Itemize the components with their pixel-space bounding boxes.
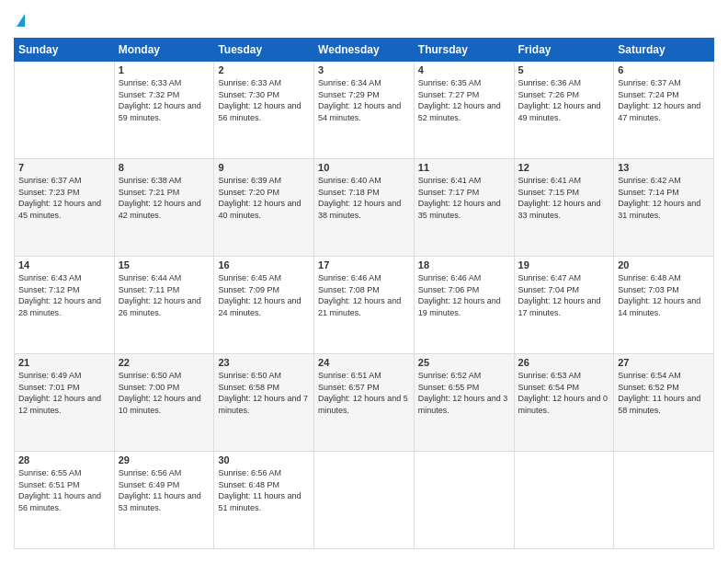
day-number: 9 (218, 162, 310, 173)
day-info: Sunrise: 6:40 AMSunset: 7:18 PMDaylight:… (318, 175, 410, 221)
day-info: Sunrise: 6:50 AMSunset: 7:00 PMDaylight:… (119, 370, 210, 416)
calendar-cell: 26Sunrise: 6:53 AMSunset: 6:54 PMDayligh… (514, 354, 614, 452)
weekday-header: Friday (514, 39, 614, 62)
calendar-cell: 13Sunrise: 6:42 AMSunset: 7:14 PMDayligh… (614, 159, 714, 257)
day-number: 11 (418, 162, 510, 173)
calendar-week-row: 14Sunrise: 6:43 AMSunset: 7:12 PMDayligh… (15, 257, 714, 354)
calendar-cell: 6Sunrise: 6:37 AMSunset: 7:24 PMDaylight… (614, 62, 714, 159)
day-number: 25 (418, 357, 510, 368)
day-number: 15 (119, 259, 210, 270)
day-number: 23 (218, 357, 310, 368)
calendar-cell: 14Sunrise: 6:43 AMSunset: 7:12 PMDayligh… (15, 257, 115, 354)
weekday-header: Sunday (15, 39, 115, 62)
day-number: 10 (318, 162, 410, 173)
calendar-cell: 25Sunrise: 6:52 AMSunset: 6:55 PMDayligh… (414, 354, 514, 452)
day-number: 20 (618, 259, 710, 270)
calendar-cell (414, 452, 514, 549)
calendar-cell: 10Sunrise: 6:40 AMSunset: 7:18 PMDayligh… (314, 159, 415, 257)
calendar-cell: 4Sunrise: 6:35 AMSunset: 7:27 PMDaylight… (414, 62, 514, 159)
day-info: Sunrise: 6:46 AMSunset: 7:08 PMDaylight:… (318, 272, 410, 318)
header (14, 14, 714, 30)
calendar-cell: 23Sunrise: 6:50 AMSunset: 6:58 PMDayligh… (214, 354, 314, 452)
weekday-header: Tuesday (214, 39, 314, 62)
day-info: Sunrise: 6:35 AMSunset: 7:27 PMDaylight:… (418, 77, 510, 123)
day-number: 28 (18, 454, 110, 465)
calendar-cell (614, 452, 714, 549)
calendar-cell: 24Sunrise: 6:51 AMSunset: 6:57 PMDayligh… (314, 354, 415, 452)
day-number: 13 (618, 162, 710, 173)
day-info: Sunrise: 6:53 AMSunset: 6:54 PMDaylight:… (518, 370, 610, 416)
calendar-cell: 22Sunrise: 6:50 AMSunset: 7:00 PMDayligh… (114, 354, 214, 452)
day-info: Sunrise: 6:44 AMSunset: 7:11 PMDaylight:… (119, 272, 210, 318)
calendar-cell: 21Sunrise: 6:49 AMSunset: 7:01 PMDayligh… (15, 354, 115, 452)
day-number: 22 (119, 357, 210, 368)
page: SundayMondayTuesdayWednesdayThursdayFrid… (0, 0, 728, 563)
calendar-cell: 30Sunrise: 6:56 AMSunset: 6:48 PMDayligh… (214, 452, 314, 549)
calendar-cell: 28Sunrise: 6:55 AMSunset: 6:51 PMDayligh… (15, 452, 115, 549)
calendar-header-row: SundayMondayTuesdayWednesdayThursdayFrid… (15, 39, 714, 62)
calendar-cell: 3Sunrise: 6:34 AMSunset: 7:29 PMDaylight… (314, 62, 415, 159)
day-info: Sunrise: 6:55 AMSunset: 6:51 PMDaylight:… (18, 467, 110, 513)
day-info: Sunrise: 6:39 AMSunset: 7:20 PMDaylight:… (218, 175, 310, 221)
day-number: 6 (618, 64, 710, 75)
calendar-week-row: 7Sunrise: 6:37 AMSunset: 7:23 PMDaylight… (15, 159, 714, 257)
day-number: 2 (218, 64, 310, 75)
day-number: 14 (18, 259, 110, 270)
day-info: Sunrise: 6:46 AMSunset: 7:06 PMDaylight:… (418, 272, 510, 318)
calendar-cell: 7Sunrise: 6:37 AMSunset: 7:23 PMDaylight… (15, 159, 115, 257)
day-number: 4 (418, 64, 510, 75)
calendar-cell: 2Sunrise: 6:33 AMSunset: 7:30 PMDaylight… (214, 62, 314, 159)
day-info: Sunrise: 6:48 AMSunset: 7:03 PMDaylight:… (618, 272, 710, 318)
calendar-cell: 12Sunrise: 6:41 AMSunset: 7:15 PMDayligh… (514, 159, 614, 257)
calendar-cell (514, 452, 614, 549)
day-info: Sunrise: 6:36 AMSunset: 7:26 PMDaylight:… (518, 77, 610, 123)
day-number: 16 (218, 259, 310, 270)
day-info: Sunrise: 6:37 AMSunset: 7:23 PMDaylight:… (18, 175, 110, 221)
calendar-table: SundayMondayTuesdayWednesdayThursdayFrid… (14, 38, 714, 549)
calendar-cell: 1Sunrise: 6:33 AMSunset: 7:32 PMDaylight… (114, 62, 214, 159)
day-info: Sunrise: 6:38 AMSunset: 7:21 PMDaylight:… (119, 175, 210, 221)
weekday-header: Monday (114, 39, 214, 62)
logo (14, 14, 25, 30)
day-info: Sunrise: 6:37 AMSunset: 7:24 PMDaylight:… (618, 77, 710, 123)
calendar-cell: 5Sunrise: 6:36 AMSunset: 7:26 PMDaylight… (514, 62, 614, 159)
day-number: 29 (119, 454, 210, 465)
calendar-week-row: 1Sunrise: 6:33 AMSunset: 7:32 PMDaylight… (15, 62, 714, 159)
calendar-week-row: 28Sunrise: 6:55 AMSunset: 6:51 PMDayligh… (15, 452, 714, 549)
day-number: 26 (518, 357, 610, 368)
day-number: 30 (218, 454, 310, 465)
day-number: 18 (418, 259, 510, 270)
day-number: 3 (318, 64, 410, 75)
calendar-cell (15, 62, 115, 159)
day-number: 24 (318, 357, 410, 368)
calendar-cell (314, 452, 415, 549)
day-number: 21 (18, 357, 110, 368)
day-info: Sunrise: 6:56 AMSunset: 6:49 PMDaylight:… (119, 467, 210, 513)
calendar-cell: 20Sunrise: 6:48 AMSunset: 7:03 PMDayligh… (614, 257, 714, 354)
calendar-cell: 8Sunrise: 6:38 AMSunset: 7:21 PMDaylight… (114, 159, 214, 257)
day-number: 7 (18, 162, 110, 173)
day-number: 1 (119, 64, 210, 75)
day-info: Sunrise: 6:34 AMSunset: 7:29 PMDaylight:… (318, 77, 410, 123)
calendar-cell: 17Sunrise: 6:46 AMSunset: 7:08 PMDayligh… (314, 257, 415, 354)
calendar-cell: 11Sunrise: 6:41 AMSunset: 7:17 PMDayligh… (414, 159, 514, 257)
day-info: Sunrise: 6:45 AMSunset: 7:09 PMDaylight:… (218, 272, 310, 318)
calendar-cell: 9Sunrise: 6:39 AMSunset: 7:20 PMDaylight… (214, 159, 314, 257)
calendar-week-row: 21Sunrise: 6:49 AMSunset: 7:01 PMDayligh… (15, 354, 714, 452)
calendar-cell: 16Sunrise: 6:45 AMSunset: 7:09 PMDayligh… (214, 257, 314, 354)
day-info: Sunrise: 6:49 AMSunset: 7:01 PMDaylight:… (18, 370, 110, 416)
day-info: Sunrise: 6:56 AMSunset: 6:48 PMDaylight:… (218, 467, 310, 513)
day-info: Sunrise: 6:33 AMSunset: 7:30 PMDaylight:… (218, 77, 310, 123)
day-info: Sunrise: 6:50 AMSunset: 6:58 PMDaylight:… (218, 370, 310, 416)
day-info: Sunrise: 6:47 AMSunset: 7:04 PMDaylight:… (518, 272, 610, 318)
calendar-cell: 27Sunrise: 6:54 AMSunset: 6:52 PMDayligh… (614, 354, 714, 452)
day-info: Sunrise: 6:42 AMSunset: 7:14 PMDaylight:… (618, 175, 710, 221)
calendar-cell: 15Sunrise: 6:44 AMSunset: 7:11 PMDayligh… (114, 257, 214, 354)
day-number: 17 (318, 259, 410, 270)
weekday-header: Thursday (414, 39, 514, 62)
weekday-header: Saturday (614, 39, 714, 62)
calendar-cell: 29Sunrise: 6:56 AMSunset: 6:49 PMDayligh… (114, 452, 214, 549)
day-number: 12 (518, 162, 610, 173)
day-info: Sunrise: 6:52 AMSunset: 6:55 PMDaylight:… (418, 370, 510, 416)
calendar-cell: 19Sunrise: 6:47 AMSunset: 7:04 PMDayligh… (514, 257, 614, 354)
